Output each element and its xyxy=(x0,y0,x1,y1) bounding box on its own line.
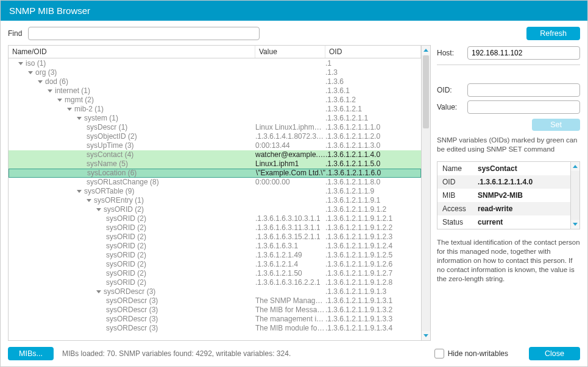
tree-row[interactable]: mib-2 (1).1.3.6.1.2.1 xyxy=(9,105,421,114)
scroll-up-icon[interactable] xyxy=(422,46,430,55)
node-oid: .1 xyxy=(325,59,421,68)
oid-input[interactable] xyxy=(467,83,580,97)
node-label: iso (1) xyxy=(26,59,46,68)
expand-icon[interactable] xyxy=(38,80,43,83)
tree-row[interactable]: mgmt (2).1.3.6.1.2 xyxy=(9,96,421,105)
tree-row[interactable]: sysORLastChange (8)0:00:00.00.1.3.6.1.2.… xyxy=(9,178,421,187)
tree-row[interactable]: sysDescr (1)Linux Linux1.iphm1 ....1.3.6… xyxy=(9,123,421,132)
node-oid: .1.3.6.1.2.1.1.2.0 xyxy=(325,132,421,141)
set-button[interactable]: Set xyxy=(532,119,580,131)
tree-row[interactable]: sysORID (2).1.3.6.1.6.3.16.2.2.1.1.3.6.1… xyxy=(9,278,421,287)
tree-row[interactable]: sysORID (2).1.3.6.1.6.3.11.3.1.1.1.3.6.1… xyxy=(9,223,421,232)
node-oid: .1.3.6.1.2.1.1.6.0 xyxy=(326,169,420,178)
tree-row[interactable]: sysORDescr (3)The management inf....1.3.… xyxy=(9,315,421,324)
col-oid[interactable]: OID xyxy=(325,46,421,58)
expand-icon[interactable] xyxy=(67,108,72,111)
close-button[interactable]: Close xyxy=(529,347,580,360)
tree-header: Name/OID Value OID xyxy=(9,46,421,58)
tree-row[interactable]: sysORID (2).1.3.6.1.6.3.10.3.1.1.1.3.6.1… xyxy=(9,214,421,223)
detail-oid-value: .1.3.6.1.2.1.1.4.0 xyxy=(474,175,570,189)
tree-row[interactable]: sysObjectID (2).1.3.6.1.4.1.8072.3.2.10.… xyxy=(9,132,421,141)
window-title-bar: SNMP MIB Browser xyxy=(1,1,587,21)
node-label: sysORID (2) xyxy=(106,251,146,260)
scroll-thumb[interactable] xyxy=(423,55,429,128)
node-oid: .1.3.6.1.2.1.1.5.0 xyxy=(325,159,421,169)
node-label: sysOREntry (1) xyxy=(94,196,144,205)
node-oid: .1.3.6.1.2.1.1.9.1.2 xyxy=(325,205,421,214)
node-oid: .1.3.6.1.2.1.1.4.0 xyxy=(325,150,421,159)
tree-row[interactable]: system (1).1.3.6.1.2.1.1 xyxy=(9,114,421,123)
node-oid: .1.3.6.1.2.1.1 xyxy=(325,114,421,123)
refresh-button[interactable]: Refresh xyxy=(526,27,580,40)
tree-row[interactable]: dod (6).1.3.6 xyxy=(9,77,421,86)
node-oid: .1.3.6.1.2.1.1.9.1.3.2 xyxy=(325,306,421,315)
node-oid: .1.3.6.1.2.1.1.9.1.2.3 xyxy=(325,232,421,242)
tree-row[interactable]: sysContact (4)watcher@example.c....1.3.6… xyxy=(9,150,421,159)
detail-access-label: Access xyxy=(437,202,474,215)
node-oid: .1.3.6.1 xyxy=(325,86,421,96)
detail-scrollbar[interactable] xyxy=(570,162,579,229)
detail-description: The textual identification of the contac… xyxy=(437,238,580,284)
tree-row[interactable]: sysORDescr (3)The MIB module for ....1.3… xyxy=(9,324,421,333)
scroll-down-icon[interactable] xyxy=(422,331,430,340)
host-input[interactable] xyxy=(467,46,580,60)
node-oid: .1.3.6.1.2.1.1.9.1.2.8 xyxy=(325,278,421,287)
tree-row[interactable]: sysORID (2).1.3.6.1.2.1.49.1.3.6.1.2.1.1… xyxy=(9,251,421,260)
window-title: SNMP MIB Browser xyxy=(9,5,90,16)
expand-icon[interactable] xyxy=(57,99,62,102)
tree-row[interactable]: sysName (5)Linux1.iphm1.1.3.6.1.2.1.1.5.… xyxy=(9,159,421,169)
tree-row[interactable]: sysORID (2).1.3.6.1.6.3.1.1.3.6.1.2.1.1.… xyxy=(9,242,421,251)
detail-scroll-up-icon[interactable] xyxy=(571,162,579,171)
node-label: sysORID (2) xyxy=(106,260,146,269)
tree-row[interactable]: sysORDescr (3)The SNMP Managem....1.3.6.… xyxy=(9,296,421,306)
node-oid: .1.3.6.1.2.1.1.9.1.2.4 xyxy=(325,242,421,251)
tree-row[interactable]: sysORID (2).1.3.6.1.6.3.15.2.1.1.1.3.6.1… xyxy=(9,232,421,242)
tree-row[interactable]: sysORTable (9).1.3.6.1.2.1.1.9 xyxy=(9,187,421,196)
expand-icon[interactable] xyxy=(96,290,101,293)
oid-label: OID: xyxy=(437,86,462,94)
col-name[interactable]: Name/OID xyxy=(9,46,255,58)
node-value: Linux Linux1.iphm1 ... xyxy=(255,123,325,132)
expand-icon[interactable] xyxy=(18,62,23,65)
hide-nonwritables-label: Hide non-writables xyxy=(448,349,508,358)
tree-row[interactable]: sysORID (2).1.3.6.1.2.1.50.1.3.6.1.2.1.1… xyxy=(9,269,421,278)
expand-icon[interactable] xyxy=(48,89,52,93)
node-label: org (3) xyxy=(35,68,57,77)
tree-row[interactable]: sysORDescr (3).1.3.6.1.2.1.1.9.1.3 xyxy=(9,287,421,296)
tree-row[interactable]: iso (1).1 xyxy=(9,59,421,68)
tree-row[interactable]: sysORDescr (3)The MIB for Messag....1.3.… xyxy=(9,306,421,315)
node-label: sysLocation (6) xyxy=(87,169,136,178)
tree-row[interactable]: sysLocation (6)\"Example.Com Ltd.\".1.3.… xyxy=(9,169,421,178)
node-value: 0:00:13.44 xyxy=(255,141,325,150)
node-oid: .1.3.6.1.2.1.1.3.0 xyxy=(325,141,421,150)
expand-icon[interactable] xyxy=(28,71,33,74)
tree-row[interactable]: org (3).1.3 xyxy=(9,68,421,77)
expand-icon[interactable] xyxy=(77,190,82,193)
find-input[interactable] xyxy=(28,27,260,40)
node-label: sysORID (2) xyxy=(106,214,146,223)
tree-row[interactable]: sysUpTime (3)0:00:13.44.1.3.6.1.2.1.1.3.… xyxy=(9,141,421,150)
tree-row[interactable]: sysOREntry (1).1.3.6.1.2.1.1.9.1 xyxy=(9,196,421,205)
expand-icon[interactable] xyxy=(77,117,82,120)
expand-icon[interactable] xyxy=(96,208,101,211)
node-value: .1.3.6.1.6.3.10.3.1.1 xyxy=(255,214,325,223)
value-input[interactable] xyxy=(467,100,580,114)
tree-row[interactable]: internet (1).1.3.6.1 xyxy=(9,86,421,96)
node-label: sysName (5) xyxy=(87,159,128,169)
node-value: watcher@example.c... xyxy=(255,150,325,159)
tree-panel: Name/OID Value OID iso (1).1org (3).1.3d… xyxy=(8,45,431,341)
tree-row[interactable]: sysORID (2).1.3.6.1.2.1.4.1.3.6.1.2.1.1.… xyxy=(9,260,421,269)
node-label: sysContact (4) xyxy=(87,150,133,159)
col-value[interactable]: Value xyxy=(255,46,325,58)
tree-body: iso (1).1org (3).1.3dod (6).1.3.6interne… xyxy=(9,59,421,333)
main-area: Name/OID Value OID iso (1).1org (3).1.3d… xyxy=(8,45,580,341)
node-value: .1.3.6.1.6.3.15.2.1.1 xyxy=(255,232,325,242)
tree-scrollbar[interactable] xyxy=(421,46,430,340)
detail-name-value: sysContact xyxy=(474,162,570,175)
expand-icon[interactable] xyxy=(87,199,91,202)
hide-nonwritables-checkbox[interactable] xyxy=(434,349,444,358)
node-label: sysORDescr (3) xyxy=(104,287,155,296)
mibs-button[interactable]: MIBs... xyxy=(8,347,54,360)
detail-scroll-down-icon[interactable] xyxy=(571,220,579,229)
tree-row[interactable]: sysORID (2).1.3.6.1.2.1.1.9.1.2 xyxy=(9,205,421,214)
